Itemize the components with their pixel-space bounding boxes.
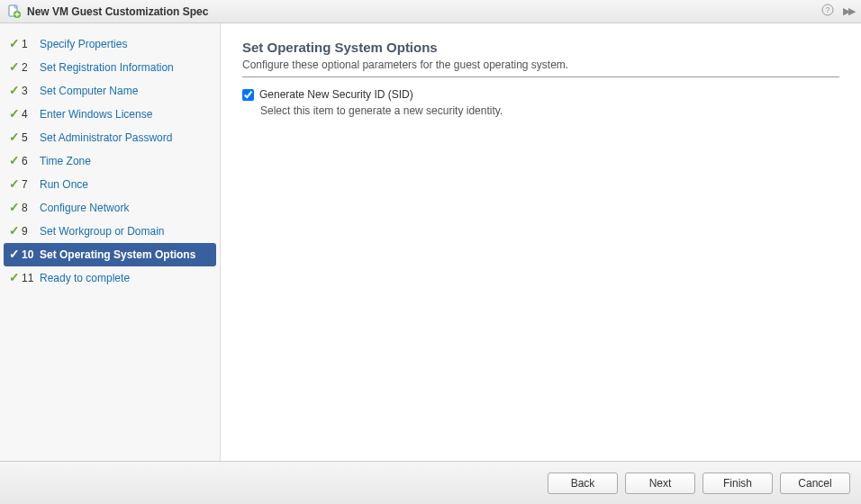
- generate-sid-checkbox[interactable]: [242, 89, 254, 101]
- titlebar-right: ? ▶▶: [821, 4, 854, 19]
- step-number: 11: [22, 271, 40, 285]
- step-label: Enter Windows License: [40, 107, 152, 122]
- wizard-step-11[interactable]: ✓11Ready to complete: [0, 266, 220, 290]
- document-add-icon: [7, 4, 22, 19]
- step-number: 6: [22, 154, 40, 168]
- wizard-step-6[interactable]: ✓6Time Zone: [0, 149, 220, 173]
- checkmark-icon: ✓: [9, 271, 22, 284]
- expand-icon[interactable]: ▶▶: [843, 5, 854, 17]
- svg-text:?: ?: [825, 5, 829, 14]
- step-label: Set Administrator Password: [40, 130, 172, 145]
- wizard-step-3[interactable]: ✓3Set Computer Name: [0, 79, 220, 103]
- wizard-step-9[interactable]: ✓9Set Workgroup or Domain: [0, 220, 220, 243]
- step-label: Configure Network: [40, 201, 129, 215]
- step-label: Set Registration Information: [40, 60, 174, 75]
- content-subtitle: Configure these optional parameters for …: [242, 58, 839, 71]
- step-label: Ready to complete: [40, 271, 130, 285]
- step-label: Specify Properties: [40, 37, 127, 51]
- step-label: Set Workgroup or Domain: [40, 224, 165, 238]
- wizard-step-5[interactable]: ✓5Set Administrator Password: [0, 126, 220, 149]
- checkmark-icon: ✓: [9, 248, 22, 260]
- body-area: ✓1Specify Properties✓2Set Registration I…: [0, 23, 861, 461]
- checkmark-icon: ✓: [9, 177, 22, 190]
- help-icon[interactable]: ?: [821, 4, 834, 19]
- next-button[interactable]: Next: [625, 472, 695, 494]
- checkmark-icon: ✓: [9, 60, 22, 73]
- step-number: 10: [22, 248, 40, 262]
- back-button[interactable]: Back: [548, 472, 618, 494]
- step-number: 9: [22, 224, 40, 238]
- checkmark-icon: ✓: [9, 107, 22, 120]
- checkmark-icon: ✓: [9, 201, 22, 213]
- wizard-step-4[interactable]: ✓4Enter Windows License: [0, 103, 220, 126]
- window-title: New VM Guest Customization Spec: [27, 5, 821, 18]
- wizard-step-1[interactable]: ✓1Specify Properties: [0, 32, 220, 56]
- step-label: Set Operating System Options: [40, 248, 195, 262]
- wizard-step-10[interactable]: ✓10Set Operating System Options: [4, 243, 216, 266]
- footer-buttons: Back Next Finish Cancel: [0, 461, 861, 504]
- content-divider: [242, 76, 839, 77]
- wizard-step-7[interactable]: ✓7Run Once: [0, 173, 220, 196]
- checkmark-icon: ✓: [9, 154, 22, 166]
- step-number: 8: [22, 201, 40, 215]
- generate-sid-desc: Select this item to generate a new secur…: [260, 104, 839, 117]
- generate-sid-label[interactable]: Generate New Security ID (SID): [259, 88, 413, 101]
- cancel-button[interactable]: Cancel: [780, 472, 850, 494]
- content-pane: Set Operating System Options Configure t…: [221, 23, 861, 461]
- step-label: Run Once: [40, 177, 88, 192]
- checkmark-icon: ✓: [9, 224, 22, 237]
- step-number: 1: [22, 37, 40, 51]
- checkmark-icon: ✓: [9, 84, 22, 96]
- step-number: 5: [22, 130, 40, 145]
- sid-option-row: Generate New Security ID (SID): [242, 88, 839, 101]
- step-number: 2: [22, 60, 40, 75]
- checkmark-icon: ✓: [9, 130, 22, 143]
- wizard-steps-sidebar: ✓1Specify Properties✓2Set Registration I…: [0, 23, 221, 461]
- wizard-step-8[interactable]: ✓8Configure Network: [0, 196, 220, 220]
- checkmark-icon: ✓: [9, 37, 22, 50]
- step-number: 3: [22, 84, 40, 98]
- step-number: 4: [22, 107, 40, 122]
- content-heading: Set Operating System Options: [242, 40, 839, 55]
- step-label: Time Zone: [40, 154, 91, 168]
- wizard-step-2[interactable]: ✓2Set Registration Information: [0, 56, 220, 79]
- titlebar: New VM Guest Customization Spec ? ▶▶: [0, 0, 861, 23]
- finish-button[interactable]: Finish: [702, 472, 773, 494]
- step-label: Set Computer Name: [40, 84, 138, 98]
- step-number: 7: [22, 177, 40, 192]
